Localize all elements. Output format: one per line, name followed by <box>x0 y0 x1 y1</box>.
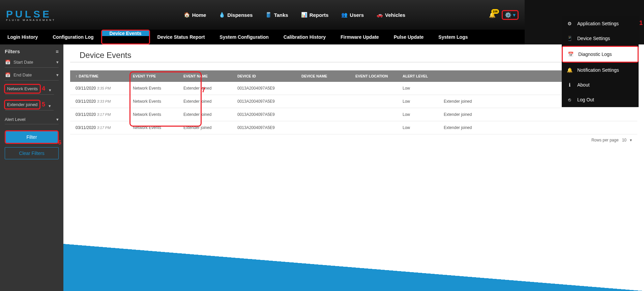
workarea: Filters ≡ 📅 Start Date ▾ 📅 End Date ▾ Ne… <box>0 44 525 236</box>
tank-icon: 🛢️ <box>265 12 272 18</box>
chevron-down-icon: ▾ <box>56 60 59 65</box>
users-icon: 👥 <box>341 12 348 18</box>
cell-device-id: 0013A2004097A5E9 <box>237 112 301 117</box>
cell-event-type: Network Events <box>133 112 183 117</box>
filter-button[interactable]: Filter <box>5 130 59 144</box>
filters-panel: Filters ≡ 📅 Start Date ▾ 📅 End Date ▾ Ne… <box>0 44 63 236</box>
calendar-icon: 📅 <box>5 72 11 77</box>
cell-device-id: 0013A2004097A5E9 <box>237 99 301 104</box>
cell-extra: Extender joined <box>444 99 472 104</box>
tab-pulse-update[interactable]: Pulse Update <box>386 30 431 44</box>
nav-reports-label: Reports <box>310 12 329 18</box>
tab-system-configuration[interactable]: System Configuration <box>212 30 276 44</box>
filter-event-type[interactable]: Network Events ▾ <box>4 84 41 94</box>
nav-tanks[interactable]: 🛢️Tanks <box>265 12 288 18</box>
table-row[interactable]: 03/11/2020 3:17 PMNetwork EventsExtender… <box>70 121 525 134</box>
cell-event-type: Network Events <box>133 99 183 104</box>
table-row[interactable]: 03/11/2020 3:35 PMNetwork EventsExtender… <box>70 82 525 95</box>
filter-button-label: Filter <box>26 134 37 140</box>
chart-icon: 📊 <box>301 12 308 18</box>
tab-device-status-report[interactable]: Device Status Report <box>150 30 212 44</box>
table-pager: Rows per page 10 ▾ <box>70 134 525 146</box>
chevron-down-icon: ▾ <box>49 88 51 93</box>
cell-alert-level: Low <box>403 99 410 104</box>
col-datetime[interactable]: ↑DATE/TIME <box>76 74 133 78</box>
chevron-down-icon: ▾ <box>513 12 516 18</box>
settings-menu-trigger[interactable]: ⚙️ ▾ <box>502 10 519 20</box>
chevron-down-icon: ▾ <box>49 103 51 108</box>
filter-end-date[interactable]: 📅 End Date ▾ <box>0 70 63 80</box>
nav-dispenses-label: Dispenses <box>227 12 253 18</box>
cell-datetime: 03/11/2020 3:17 PM <box>76 125 133 130</box>
col-event-location[interactable]: EVENT LOCATION <box>355 74 403 78</box>
primary-nav: 🏠Home 💧Dispenses 🛢️Tanks 📊Reports 👥Users… <box>184 12 405 18</box>
col-alert-level[interactable]: ALERT LEVEL <box>403 74 428 78</box>
nav-vehicles-label: Vehicles <box>385 12 405 18</box>
col-datetime-label: DATE/TIME <box>79 74 98 78</box>
clear-filters-button[interactable]: Clear Filters <box>5 147 59 159</box>
filter-event-name[interactable]: Extender joined ▾ <box>4 100 40 109</box>
cell-alert-level: Low <box>403 112 410 117</box>
tab-system-logs[interactable]: System Logs <box>431 30 475 44</box>
annotation-6: 6 <box>58 139 61 146</box>
cell-alert-level: Low <box>403 86 410 91</box>
brand-subtitle: FLUID MANAGEMENT <box>6 19 56 22</box>
cell-event-name: Extender joined <box>183 125 237 130</box>
notification-badge: 106 <box>491 9 499 14</box>
filter-end-date-label: End Date <box>13 72 32 77</box>
cell-event-type: Network Events <box>133 86 183 91</box>
cell-event-name: Extender joined <box>183 99 237 104</box>
page-title: Device Events <box>70 44 525 62</box>
brand-logo: PULSE FLUID MANAGEMENT <box>6 8 56 22</box>
filter-alert-level[interactable]: Alert Level ▾ <box>0 115 63 124</box>
table-header: ↑DATE/TIME EVENT TYPE EVENT NAME DEVICE … <box>70 70 525 82</box>
nav-users[interactable]: 👥Users <box>341 12 364 18</box>
filter-start-date-label: Start Date <box>13 60 33 65</box>
nav-tanks-label: Tanks <box>274 12 288 18</box>
main-content: Device Events ↑DATE/TIME EVENT TYPE EVEN… <box>63 44 525 236</box>
annotation-box-3: Device Events 3 <box>101 30 150 44</box>
tab-firmware-update[interactable]: Firmware Update <box>333 30 386 44</box>
annotation-4: 4 <box>42 85 45 92</box>
annotation-5: 5 <box>42 101 45 108</box>
cell-device-id: 0013A2004097A5E9 <box>237 86 301 91</box>
filter-event-type-value: Network Events <box>7 86 38 91</box>
col-event-type[interactable]: EVENT TYPE <box>133 74 183 78</box>
gear-icon: ⚙️ <box>505 12 511 18</box>
nav-reports[interactable]: 📊Reports <box>301 12 329 18</box>
calendar-icon: 📅 <box>5 60 11 65</box>
tab-calibration-history[interactable]: Calibration History <box>276 30 333 44</box>
cell-alert-level: Low <box>403 125 410 130</box>
diagnostic-tabs: Login History Configuration Log Device E… <box>0 30 525 44</box>
nav-dispenses[interactable]: 💧Dispenses <box>219 12 253 18</box>
vehicle-icon: 🚗 <box>377 12 383 18</box>
table-row[interactable]: 03/11/2020 3:33 PMNetwork EventsExtender… <box>70 95 525 108</box>
nav-users-label: Users <box>350 12 364 18</box>
filters-title: Filters <box>5 48 20 54</box>
annotation-7: 7 <box>202 86 205 94</box>
tab-login-history[interactable]: Login History <box>0 30 45 44</box>
topbar: PULSE FLUID MANAGEMENT 🏠Home 💧Dispenses … <box>0 0 525 30</box>
tab-device-events[interactable]: Device Events <box>102 31 149 36</box>
filter-list-icon[interactable]: ≡ <box>56 48 59 54</box>
nav-vehicles[interactable]: 🚗Vehicles <box>377 12 405 18</box>
cell-extra: Extender joined <box>444 112 472 117</box>
table-row[interactable]: 03/11/2020 3:17 PMNetwork EventsExtender… <box>70 108 525 121</box>
nav-home[interactable]: 🏠Home <box>184 12 206 18</box>
cell-event-type: Network Events <box>133 125 183 130</box>
cell-extra: Extender joined <box>444 125 472 130</box>
filter-start-date[interactable]: 📅 Start Date ▾ <box>0 57 63 67</box>
filter-event-name-value: Extender joined <box>7 102 37 107</box>
home-icon: 🏠 <box>184 12 190 18</box>
col-device-name[interactable]: DEVICE NAME <box>301 74 355 78</box>
notifications-button[interactable]: 🔔 106 <box>489 12 496 18</box>
col-device-id[interactable]: DEVICE ID <box>237 74 301 78</box>
tab-configuration-log[interactable]: Configuration Log <box>45 30 101 44</box>
drop-icon: 💧 <box>219 12 225 18</box>
chevron-down-icon: ▾ <box>56 117 59 122</box>
cell-datetime: 03/11/2020 3:35 PM <box>76 86 133 91</box>
brand-name: PULSE <box>6 8 56 20</box>
events-table: ↑DATE/TIME EVENT TYPE EVENT NAME DEVICE … <box>70 70 525 146</box>
sort-arrow-up-icon: ↑ <box>76 74 78 78</box>
col-event-name[interactable]: EVENT NAME <box>183 74 237 78</box>
